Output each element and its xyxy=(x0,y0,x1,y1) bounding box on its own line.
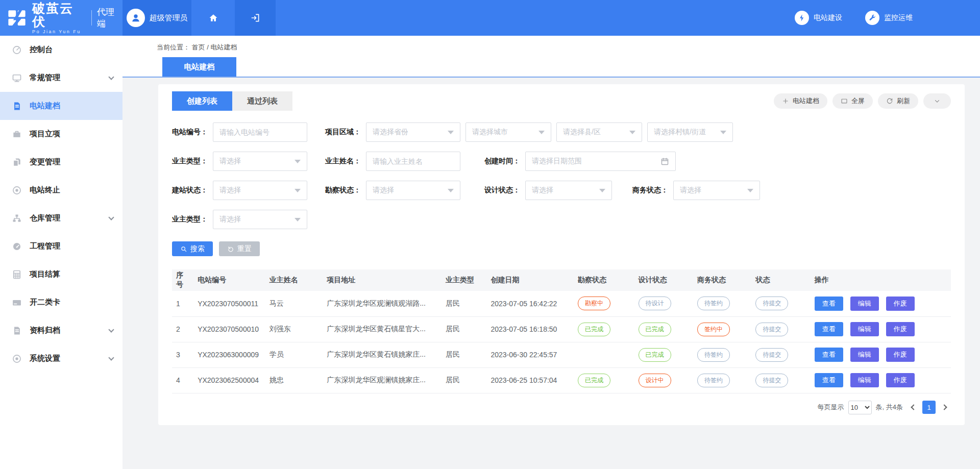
breadcrumb-home-link[interactable]: 首页 xyxy=(192,43,205,51)
create-station-button[interactable]: 电站建档 xyxy=(774,93,827,109)
owner-name-input[interactable] xyxy=(366,152,460,171)
sidebar-item[interactable]: 电站终止 xyxy=(0,176,122,204)
sidebar-item-label: 项目结算 xyxy=(30,269,60,279)
sidebar-item[interactable]: 仓库管理 xyxy=(0,204,122,232)
sidebar: 控制台 常规管理 电站建档 项目立项 变更管理 电站终止 xyxy=(0,36,122,469)
sidebar-item[interactable]: 工程管理 xyxy=(0,232,122,260)
void-button[interactable]: 作废 xyxy=(886,373,915,387)
survey-status-select[interactable]: 请选择 xyxy=(366,181,460,200)
sidebar-item[interactable]: 系统设置 xyxy=(0,344,122,373)
sidebar-item-label: 电站终止 xyxy=(30,185,60,195)
owner-type-select[interactable]: 请选择 xyxy=(213,152,307,171)
survey-status-badge: 已完成 xyxy=(578,374,610,387)
void-button[interactable]: 作废 xyxy=(886,297,915,311)
design-status-badge: 已完成 xyxy=(639,323,671,336)
sidebar-item-label: 仓库管理 xyxy=(30,213,60,223)
cell-station-code: YX2023062500004 xyxy=(193,367,265,393)
owner-name-label: 业主姓名： xyxy=(325,157,361,166)
business-status-badge: 待签约 xyxy=(697,348,730,362)
survey-status-badge: 勘察中 xyxy=(578,297,610,310)
sidebar-item[interactable]: 资料归档 xyxy=(0,316,122,344)
page-tab[interactable]: 电站建档 xyxy=(162,57,236,77)
user-menu[interactable]: 超级管理员 xyxy=(122,0,191,36)
logout-button[interactable] xyxy=(235,0,276,36)
view-button[interactable]: 查看 xyxy=(815,322,843,336)
county-select[interactable]: 请选择县/区 xyxy=(556,122,642,142)
owner-type2-select[interactable]: 请选择 xyxy=(213,210,307,229)
sidebar-item[interactable]: 常规管理 xyxy=(0,64,122,92)
caret-icon xyxy=(295,189,301,192)
collapse-button[interactable] xyxy=(923,93,951,109)
tab[interactable]: 创建列表 xyxy=(172,91,232,111)
cell-owner-type: 居民 xyxy=(442,291,486,316)
design-status-select[interactable]: 请选择 xyxy=(525,181,612,200)
caret-icon xyxy=(538,131,545,134)
view-button[interactable]: 查看 xyxy=(815,348,843,362)
tab[interactable]: 通过列表 xyxy=(232,91,292,111)
date-range-picker[interactable]: 请选择日期范围 xyxy=(525,152,676,171)
prev-page-button[interactable] xyxy=(907,401,918,414)
nav-icon xyxy=(798,14,806,22)
city-select[interactable]: 请选择城市 xyxy=(465,122,551,142)
cell-owner-type: 居民 xyxy=(442,342,486,367)
home-button[interactable] xyxy=(191,0,235,36)
edit-button[interactable]: 编辑 xyxy=(850,348,879,362)
current-page[interactable]: 1 xyxy=(922,401,936,414)
view-button[interactable]: 查看 xyxy=(815,297,843,311)
province-select[interactable]: 请选择省份 xyxy=(366,122,460,142)
edit-button[interactable]: 编辑 xyxy=(850,322,879,336)
business-status-badge: 待签约 xyxy=(697,297,730,310)
cell-seq: 3 xyxy=(172,342,193,367)
village-select[interactable]: 请选择村镇/街道 xyxy=(647,122,733,142)
sidebar-item-icon xyxy=(12,129,22,139)
sidebar-item[interactable]: 变更管理 xyxy=(0,148,122,176)
cell-owner-name: 刘强东 xyxy=(265,316,323,342)
design-status-label: 设计状态： xyxy=(484,186,520,195)
avatar xyxy=(127,9,145,27)
reset-button[interactable]: 重置 xyxy=(219,241,260,256)
table-row: 2 YX2023070500010 刘强东 广东深圳龙华区黄石镇星官大... 居… xyxy=(172,316,951,342)
column-header: 操作 xyxy=(811,269,951,291)
business-status-select[interactable]: 请选择 xyxy=(673,181,760,200)
sidebar-item[interactable]: 项目结算 xyxy=(0,260,122,288)
user-icon xyxy=(130,12,141,23)
per-page-select[interactable]: 10 xyxy=(848,401,872,414)
caret-icon xyxy=(747,189,753,192)
sidebar-item[interactable]: 控制台 xyxy=(0,36,122,64)
next-page-button[interactable] xyxy=(940,401,951,414)
reset-icon xyxy=(227,245,234,253)
logo-title: 破茧云伏 xyxy=(32,2,86,29)
void-button[interactable]: 作废 xyxy=(886,348,915,362)
total-count: 条, 共4条 xyxy=(876,403,903,412)
cell-seq: 4 xyxy=(172,367,193,393)
main-content: 当前位置： 首页 / 电站建档 电站建档 创建列表 通过列表 电站建档 xyxy=(122,36,980,469)
header-nav-item[interactable]: 电站建设 xyxy=(795,11,842,25)
status-badge: 待提交 xyxy=(755,323,788,336)
view-button[interactable]: 查看 xyxy=(815,373,843,387)
sidebar-item-icon xyxy=(12,185,22,195)
logo: 破茧云伏 Po Jian Yun Fu 代理端 xyxy=(0,0,122,36)
void-button[interactable]: 作废 xyxy=(886,322,915,336)
cell-owner-name: 马云 xyxy=(265,291,323,316)
refresh-button[interactable]: 刷新 xyxy=(878,93,918,109)
sidebar-item[interactable]: 电站建档 xyxy=(0,92,122,120)
chevron-down-icon xyxy=(108,74,114,80)
sidebar-item-icon xyxy=(12,298,22,308)
edit-button[interactable]: 编辑 xyxy=(850,373,879,387)
sidebar-item-icon xyxy=(12,213,22,224)
edit-button[interactable]: 编辑 xyxy=(850,297,879,311)
build-status-select[interactable]: 请选择 xyxy=(213,181,307,200)
app-header: 破茧云伏 Po Jian Yun Fu 代理端 超级管理员 电站建设 监控运维 xyxy=(0,0,980,36)
sidebar-item-label: 电站建档 xyxy=(30,101,60,111)
header-nav-item[interactable]: 监控运维 xyxy=(865,11,913,25)
cell-station-code: YX2023070500011 xyxy=(193,291,265,316)
station-code-input[interactable] xyxy=(213,122,307,142)
cell-address: 广东深圳龙华区黄石镇星官大... xyxy=(323,316,442,342)
cell-station-code: YX2023063000009 xyxy=(193,342,265,367)
sidebar-item[interactable]: 项目立项 xyxy=(0,120,122,148)
cell-owner-name: 学员 xyxy=(265,342,323,367)
fullscreen-button[interactable]: 全屏 xyxy=(832,93,873,109)
search-button[interactable]: 搜索 xyxy=(172,241,213,256)
sidebar-item-icon xyxy=(12,73,22,83)
sidebar-item[interactable]: 开二类卡 xyxy=(0,288,122,316)
